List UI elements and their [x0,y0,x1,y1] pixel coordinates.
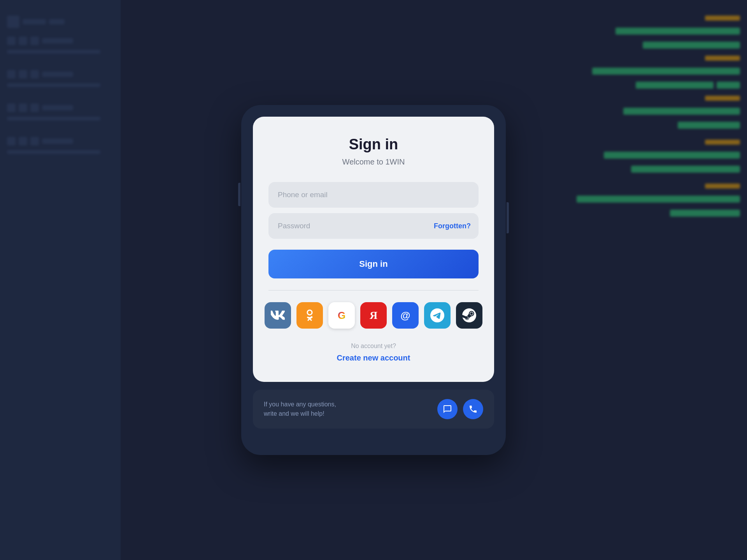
ok-icon [303,308,317,322]
welcome-subtitle: Welcome to 1WIN [342,158,405,166]
yandex-icon: Я [370,309,377,322]
yandex-login-button[interactable]: Я [360,302,387,329]
chat-button[interactable] [437,399,458,419]
chat-icon [443,404,452,414]
divider [268,290,479,290]
support-text-line2: write and we will help! [264,409,336,418]
phone-frame: Sign in Welcome to 1WIN Forgotten? Sign … [241,105,506,455]
page-title: Sign in [349,136,398,153]
steam-icon [462,308,476,322]
support-text: If you have any questions, write and we … [264,400,336,418]
create-account-link[interactable]: Create new account [337,354,410,362]
support-actions [437,399,483,419]
vk-login-button[interactable] [265,302,291,329]
telegram-login-button[interactable] [424,302,451,329]
right-background-panel [510,0,747,560]
phone-icon [468,404,478,414]
sign-in-button[interactable]: Sign in [268,250,479,278]
forgotten-link[interactable]: Forgotten? [434,222,471,230]
ok-login-button[interactable] [296,302,323,329]
no-account-text: No account yet? [351,343,396,350]
telegram-icon [430,308,444,322]
phone-button[interactable] [463,399,483,419]
steam-login-button[interactable] [456,302,482,329]
google-login-button[interactable]: G [328,302,355,329]
google-icon: G [338,310,345,322]
mail-login-button[interactable]: @ [392,302,419,329]
mail-icon: @ [400,310,410,322]
vk-icon [271,308,285,322]
support-text-line1: If you have any questions, [264,400,336,409]
password-wrapper: Forgotten? [268,213,479,239]
phone-email-input[interactable] [268,182,479,208]
social-login-row: G Я @ [265,302,482,329]
login-modal: Sign in Welcome to 1WIN Forgotten? Sign … [253,117,494,382]
support-bar: If you have any questions, write and we … [253,390,494,429]
left-background-panel [0,0,121,560]
